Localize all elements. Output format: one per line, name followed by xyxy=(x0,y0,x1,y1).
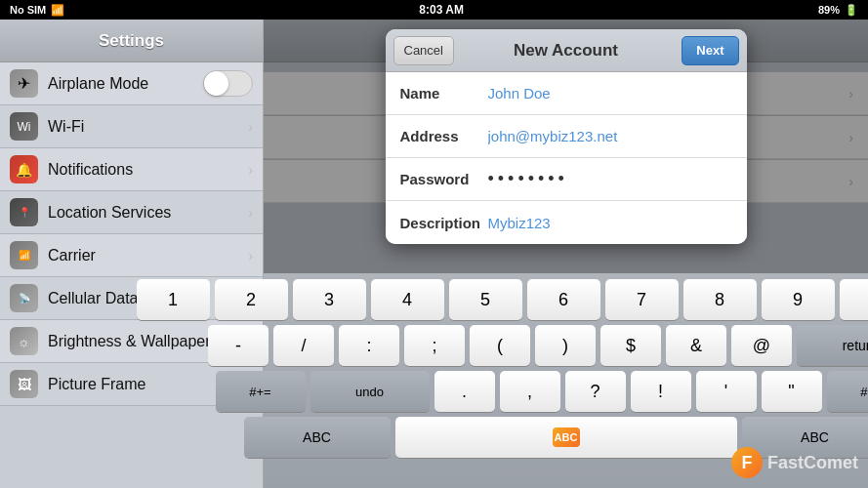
sidebar-header: Settings xyxy=(0,20,263,62)
carrier-icon: 📶 xyxy=(10,241,38,269)
wifi-icon: 📶 xyxy=(51,4,64,17)
keyboard-row-numbers: 1 2 3 4 5 6 7 8 9 0 ⌫ xyxy=(268,279,864,320)
sidebar-item-airplane[interactable]: ✈ Airplane Mode xyxy=(0,62,263,105)
key-9[interactable]: 9 xyxy=(762,279,835,320)
modal-title: New Account xyxy=(514,41,618,61)
key-1[interactable]: 1 xyxy=(137,279,210,320)
chevron-icon: › xyxy=(248,119,253,135)
fastcomet-watermark: F FastComet xyxy=(731,447,858,478)
cancel-button[interactable]: Cancel xyxy=(393,36,454,65)
key-at[interactable]: @ xyxy=(731,325,792,366)
status-time: 8:03 AM xyxy=(419,3,464,17)
status-right: 89% 🔋 xyxy=(818,4,858,17)
main-area: Settings ✈ Airplane Mode Wi Wi-Fi › 🔔 No… xyxy=(0,20,868,488)
key-4[interactable]: 4 xyxy=(371,279,444,320)
description-field: Description xyxy=(386,201,747,244)
key-exclaim[interactable]: ! xyxy=(631,371,691,412)
sidebar-item-label-wifi: Wi-Fi xyxy=(48,118,248,136)
key-3[interactable]: 3 xyxy=(293,279,366,320)
key-dollar[interactable]: $ xyxy=(600,325,661,366)
picture-icon: 🖼 xyxy=(10,370,38,398)
password-field: Password xyxy=(386,158,747,201)
key-period[interactable]: . xyxy=(434,371,495,412)
modal-body: Name Address Password Desc xyxy=(386,72,747,244)
key-0[interactable]: 0 xyxy=(840,279,869,320)
chevron-icon: › xyxy=(248,205,253,221)
key-semicolon[interactable]: ; xyxy=(404,325,465,366)
sidebar-item-carrier[interactable]: 📶 Carrier › xyxy=(0,234,263,277)
password-label: Password xyxy=(400,171,488,187)
key-question[interactable]: ? xyxy=(565,371,626,412)
description-label: Description xyxy=(400,215,488,231)
airplane-toggle[interactable] xyxy=(203,70,253,97)
address-field: Address xyxy=(386,115,747,158)
undo-key[interactable]: undo xyxy=(310,371,430,412)
brightness-icon: ☼ xyxy=(10,327,38,355)
key-open-paren[interactable]: ( xyxy=(470,325,530,366)
key-hash-equals[interactable]: #+= xyxy=(216,371,306,412)
key-hash-equals-right[interactable]: #+= xyxy=(827,371,869,412)
carrier-label: No SIM xyxy=(10,4,46,16)
sidebar-item-label-airplane: Airplane Mode xyxy=(48,75,203,93)
key-apostrophe[interactable]: ' xyxy=(696,371,757,412)
next-button[interactable]: Next xyxy=(682,36,738,65)
wifi-icon: Wi xyxy=(10,112,38,141)
notifications-icon: 🔔 xyxy=(10,155,38,183)
abc-key[interactable]: ABC xyxy=(244,417,391,458)
key-8[interactable]: 8 xyxy=(683,279,757,320)
key-5[interactable]: 5 xyxy=(449,279,522,320)
sidebar-title: Settings xyxy=(99,31,164,51)
address-input[interactable] xyxy=(488,128,732,144)
new-account-modal: Cancel New Account Next Name Address xyxy=(386,29,747,244)
sidebar-item-label-location: Location Services xyxy=(48,204,248,222)
abc-space-icon: ABC xyxy=(553,427,580,447)
key-slash[interactable]: / xyxy=(273,325,334,366)
sidebar-item-label-carrier: Carrier xyxy=(48,247,248,264)
password-input[interactable] xyxy=(488,169,732,189)
sidebar-item-label-notifications: Notifications xyxy=(48,161,248,179)
content-area: › › › Cancel New Account Next xyxy=(264,20,868,488)
toggle-knob xyxy=(204,71,228,96)
name-input[interactable] xyxy=(488,85,732,102)
chevron-icon: › xyxy=(248,248,253,264)
address-label: Address xyxy=(400,128,488,144)
airplane-icon: ✈ xyxy=(10,69,38,98)
key-2[interactable]: 2 xyxy=(215,279,288,320)
name-label: Name xyxy=(400,85,488,102)
key-comma[interactable]: , xyxy=(500,371,560,412)
sidebar-item-wifi[interactable]: Wi Wi-Fi › xyxy=(0,105,263,148)
battery-icon: 🔋 xyxy=(845,4,858,17)
key-dash[interactable]: - xyxy=(208,325,269,366)
modal-header: Cancel New Account Next xyxy=(386,29,747,72)
space-key[interactable]: ABC xyxy=(395,417,737,458)
key-6[interactable]: 6 xyxy=(527,279,600,320)
status-left: No SIM 📶 xyxy=(10,4,64,17)
location-icon: 📍 xyxy=(10,198,38,226)
name-field: Name xyxy=(386,72,747,115)
keyboard-row-more: #+= undo . , ? ! ' " #+= xyxy=(268,371,864,412)
sidebar-item-notifications[interactable]: 🔔 Notifications › xyxy=(0,148,263,191)
return-key[interactable]: return xyxy=(797,325,868,366)
key-quote[interactable]: " xyxy=(762,371,822,412)
key-7[interactable]: 7 xyxy=(605,279,679,320)
chevron-icon: › xyxy=(248,162,253,178)
sidebar-items: ✈ Airplane Mode Wi Wi-Fi › 🔔 Notificatio… xyxy=(0,62,263,488)
battery-label: 89% xyxy=(818,4,840,16)
sidebar: Settings ✈ Airplane Mode Wi Wi-Fi › 🔔 No… xyxy=(0,20,264,488)
description-input[interactable] xyxy=(488,215,732,231)
sidebar-item-location[interactable]: 📍 Location Services › xyxy=(0,191,263,234)
keyboard-row-symbols: - / : ; ( ) $ & @ return xyxy=(268,325,864,366)
fastcomet-logo: F xyxy=(731,447,763,478)
key-ampersand[interactable]: & xyxy=(666,325,726,366)
fastcomet-text: FastComet xyxy=(767,453,858,473)
cellular-icon: 📡 xyxy=(10,284,38,312)
key-close-paren[interactable]: ) xyxy=(535,325,596,366)
key-colon[interactable]: : xyxy=(339,325,399,366)
status-bar: No SIM 📶 8:03 AM 89% 🔋 xyxy=(0,0,868,20)
